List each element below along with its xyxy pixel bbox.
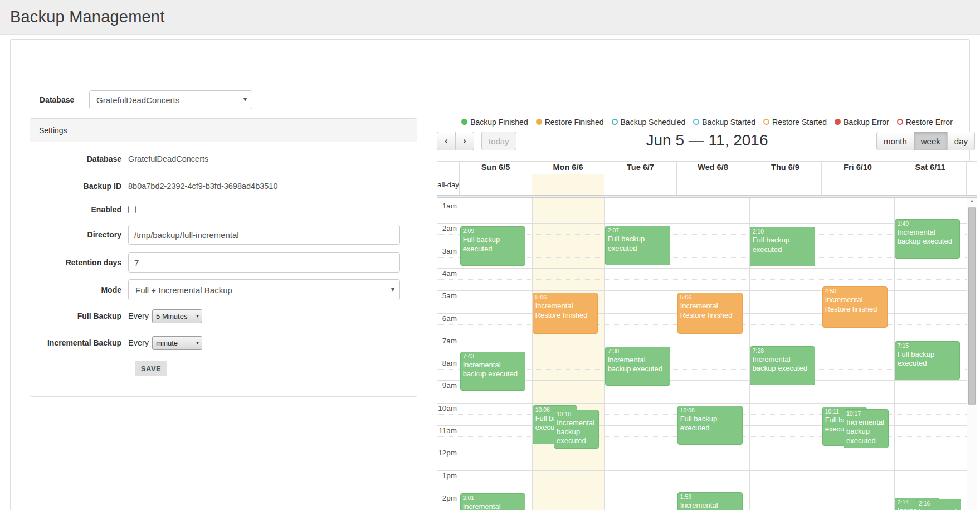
day-header[interactable]: Mon 6/6 [532, 162, 604, 174]
retention-days-input[interactable] [128, 252, 400, 273]
database-select-wrapper: GratefulDeadConcerts [89, 90, 252, 109]
calendar-event[interactable]: 7:28Incremental backup executed [750, 346, 815, 386]
day-header-row: Sun 6/5Mon 6/6Tue 6/7Wed 6/8Thu 6/9Fri 6… [437, 162, 977, 174]
month-view-button[interactable]: month [876, 132, 914, 150]
backup-management-page: Backup Management Database GratefulDeadC… [0, 0, 980, 510]
scrollbar-up-arrow-icon[interactable]: ▲ [967, 198, 977, 203]
legend-dot-icon [835, 119, 841, 125]
view-button-group: month week day [876, 132, 975, 150]
legend-dot-icon [897, 119, 903, 125]
all-day-cell[interactable] [894, 174, 967, 195]
day-view-button[interactable]: day [947, 132, 975, 150]
legend-item: Restore Error [897, 118, 953, 127]
event-time: 4:50 [825, 288, 885, 295]
calendar-event[interactable]: 7:30Incremental backup executed [605, 347, 670, 386]
calendar-event[interactable]: 2:07Full backup executed [605, 226, 670, 265]
calendar-event[interactable]: 1:49Incremental backup executed [895, 219, 960, 259]
event-time: 2:09 [463, 227, 523, 235]
legend-dot-icon [763, 119, 769, 125]
calendar-event[interactable]: 7:15Full backup executed [895, 341, 960, 381]
field-label: Full Backup [30, 312, 128, 320]
directory-input[interactable] [128, 225, 400, 245]
half-hour-line [437, 392, 977, 392]
database-select[interactable]: GratefulDeadConcerts [89, 90, 252, 109]
mode-select-wrapper: Full + Incremental Backup [128, 279, 400, 300]
day-header[interactable]: Wed 6/8 [677, 162, 749, 174]
all-day-cell[interactable] [604, 174, 677, 195]
hour-label: 7am [437, 337, 457, 345]
legend-item: Backup Error [835, 118, 889, 127]
legend-item: Backup Scheduled [612, 118, 686, 127]
scrollbar-thumb[interactable] [968, 207, 976, 405]
all-day-cell[interactable] [677, 174, 749, 195]
event-time: 7:43 [463, 353, 523, 360]
calendar-event[interactable]: 10:17Incremental backup executed [844, 409, 889, 449]
all-day-cell[interactable] [822, 174, 894, 195]
event-time: 1:59 [680, 493, 740, 501]
calendar-legend: Backup FinishedRestore FinishedBackup Sc… [437, 117, 977, 127]
enabled-checkbox[interactable] [128, 206, 136, 213]
hour-line [437, 268, 977, 269]
all-day-cell[interactable] [749, 174, 822, 195]
legend-dot-icon [536, 119, 542, 125]
row-directory: Directory [30, 224, 409, 246]
hour-label: 3am [437, 247, 457, 255]
row-enabled: Enabled [30, 203, 409, 216]
settings-panel-title: Settings [30, 119, 417, 142]
event-time: 10:17 [846, 410, 886, 417]
mode-select[interactable]: Full + Incremental Backup [128, 279, 400, 300]
calendar-event[interactable]: 10:18Incremental backup executed [554, 410, 599, 449]
row-incremental-backup: Incremental Backup Every minute [30, 335, 409, 351]
hour-label: 2am [437, 224, 457, 232]
week-view-button[interactable]: week [914, 132, 948, 150]
main-panel: Database GratefulDeadConcerts Settings D… [10, 39, 970, 510]
event-time: 7:15 [898, 342, 957, 349]
column-line [677, 198, 677, 510]
all-day-cell[interactable] [532, 174, 604, 195]
event-time: 2:01 [463, 494, 523, 502]
scrollbar: ▲ [967, 198, 977, 510]
day-header[interactable]: Tue 6/7 [604, 162, 677, 174]
save-button[interactable]: SAVE [135, 361, 167, 376]
database-value: GratefulDeadConcerts [128, 154, 208, 163]
app-header: Backup Management [0, 0, 980, 35]
header-scrollbar-gutter [967, 162, 977, 174]
row-full-backup: Full Backup Every 5 Minutes [30, 308, 409, 324]
today-column-highlight [532, 198, 604, 510]
all-day-row: all-day [437, 174, 977, 195]
hour-label: 10am [437, 404, 457, 412]
calendar-event[interactable]: 2:01Incremental backup executed [460, 493, 525, 510]
calendar-event[interactable]: 4:50Incremental Restore finished [822, 286, 888, 328]
all-day-cell[interactable] [460, 174, 532, 195]
hour-label: 8am [437, 359, 457, 367]
event-time: 5:06 [535, 294, 595, 301]
all-day-scrollbar-gutter [967, 174, 977, 195]
all-day-label: all-day [437, 174, 460, 195]
row-backup-id: Backup ID 8b0a7bd2-2392-4cf9-b3fd-3698ad… [30, 181, 409, 192]
incremental-backup-interval-select[interactable]: minute [152, 336, 202, 350]
calendar-event[interactable]: 7:43Incremental backup executed [460, 352, 525, 391]
every-label: Every [128, 338, 149, 347]
event-time: 10:18 [557, 411, 596, 418]
event-time: 2:07 [608, 227, 667, 234]
hour-line [437, 448, 977, 448]
day-header[interactable]: Thu 6/9 [749, 162, 822, 174]
full-backup-interval-select[interactable]: 5 Minutes [152, 309, 202, 323]
day-header[interactable]: Fri 6/10 [822, 162, 894, 174]
calendar-event[interactable]: 2:09Full backup executed [460, 226, 525, 266]
calendar-event[interactable]: 2:16Incremental backup executed [916, 499, 961, 510]
day-header[interactable]: Sun 6/5 [460, 162, 532, 174]
legend-label: Restore Error [906, 118, 953, 127]
calendar-event[interactable]: 2:10Full backup executed [750, 227, 815, 266]
field-label: Backup ID [30, 182, 128, 191]
hour-label: 1pm [437, 472, 457, 480]
event-time: 2:10 [753, 228, 812, 235]
legend-label: Backup Finished [470, 118, 528, 127]
calendar-event[interactable]: 1:59Incremental backup executed [677, 492, 743, 510]
field-label: Directory [30, 230, 128, 239]
day-header[interactable]: Sat 6/11 [894, 162, 967, 174]
event-time: 2:16 [919, 500, 958, 507]
calendar-event[interactable]: 10:08Full backup executed [677, 406, 743, 445]
calendar-event[interactable]: 5:06Incremental Restore finished [533, 293, 598, 334]
calendar-event[interactable]: 5:06Incremental Restore finished [677, 293, 743, 334]
